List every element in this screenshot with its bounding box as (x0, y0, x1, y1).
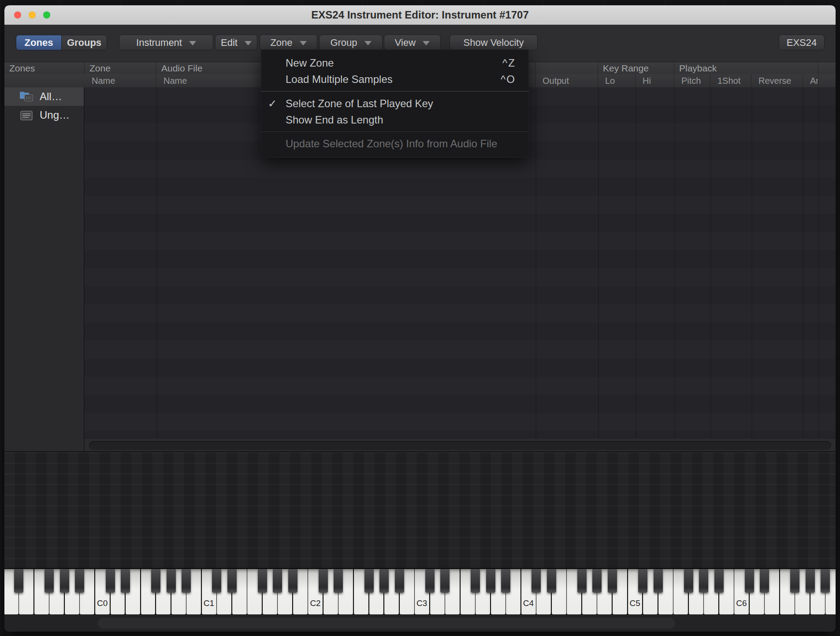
edit-menu-button[interactable]: Edit (215, 35, 257, 50)
group-menu-button[interactable]: Group (319, 35, 383, 50)
titlebar[interactable]: EXS24 Instrument Editor: Instrument #170… (4, 5, 836, 25)
black-key[interactable] (684, 569, 693, 593)
column-header-end[interactable] (818, 74, 835, 87)
sidebar-item-ungrouped[interactable]: Ung… (4, 106, 84, 124)
tab-zones[interactable]: Zones (16, 35, 61, 50)
black-key[interactable] (501, 569, 510, 593)
edit-menu-label: Edit (221, 37, 238, 49)
black-key[interactable] (654, 569, 663, 593)
menu-item[interactable]: Show End as Length (261, 112, 529, 128)
black-key[interactable] (790, 569, 799, 593)
chevron-down-icon (189, 41, 196, 45)
black-key[interactable] (806, 569, 815, 593)
black-key[interactable] (379, 569, 389, 593)
view-menu-label: View (395, 37, 416, 49)
black-key[interactable] (121, 569, 130, 593)
black-key[interactable] (547, 569, 556, 593)
group-menu-label: Group (330, 37, 357, 49)
exs24-instrument-editor-window: EXS24 Instrument Editor: Instrument #170… (4, 5, 836, 632)
zone-display-area[interactable] (4, 451, 836, 569)
table-scrollbar-track[interactable] (89, 441, 831, 450)
black-key[interactable] (334, 569, 343, 593)
black-key[interactable] (364, 569, 374, 593)
zones-sidebar: All… Ung… (4, 87, 85, 451)
black-key[interactable] (471, 569, 480, 593)
black-key[interactable] (532, 569, 541, 593)
black-key[interactable] (425, 569, 435, 593)
exs24-label: EXS24 (787, 37, 817, 49)
exs24-button[interactable]: EXS24 (779, 35, 825, 50)
black-key[interactable] (14, 569, 23, 593)
column-header-zone-name[interactable]: Name (85, 74, 156, 87)
table-horizontal-scrollbar[interactable] (85, 438, 836, 452)
sidebar-item-all-zones[interactable]: All… (4, 87, 84, 106)
black-key[interactable] (273, 569, 282, 593)
column-header-hi[interactable]: Hi (636, 74, 674, 87)
black-key[interactable] (638, 569, 647, 593)
black-key[interactable] (258, 569, 267, 593)
menu-separator (261, 91, 529, 92)
chevron-down-icon (364, 41, 372, 45)
zone-menu-button[interactable]: Zone (260, 35, 317, 50)
column-header-pitch[interactable]: Pitch (674, 74, 710, 87)
menu-item[interactable]: New Zone^Z (261, 55, 529, 71)
octave-label: C2 (310, 599, 320, 608)
black-key[interactable] (714, 569, 724, 593)
group-header-mixer (535, 62, 598, 74)
group-header-playback: Playback (674, 62, 818, 74)
octave-label: C1 (204, 599, 214, 608)
black-key[interactable] (45, 569, 54, 593)
show-velocity-button[interactable]: Show Velocity (450, 35, 538, 50)
menu-item: Update Selected Zone(s) Info from Audio … (261, 135, 529, 152)
sidebar-header-zones: Zones (4, 62, 85, 74)
black-key[interactable] (760, 569, 769, 593)
column-header-reverse[interactable]: Reverse (751, 74, 803, 87)
black-key[interactable] (821, 569, 830, 593)
sidebar-item-label: Ung… (40, 109, 70, 121)
keyboard-scrollbar-thumb[interactable] (98, 618, 675, 629)
zone-menu-label: Zone (270, 37, 292, 49)
column-header-1shot[interactable]: 1Shot (710, 74, 751, 87)
tab-groups[interactable]: Groups (61, 35, 107, 50)
column-header-output[interactable]: Output (535, 74, 598, 87)
instrument-menu-button[interactable]: Instrument (119, 35, 213, 50)
black-key[interactable] (151, 569, 160, 593)
window-title: EXS24 Instrument Editor: Instrument #170… (4, 5, 836, 25)
sidebar-item-label: All… (40, 90, 62, 103)
black-key[interactable] (106, 569, 115, 593)
column-header-lo[interactable]: Lo (598, 74, 636, 87)
all-zones-folder-icon (19, 91, 34, 102)
column-header-ar[interactable]: Ar (803, 74, 818, 87)
black-key[interactable] (608, 569, 617, 593)
group-header-key-range: Key Range (598, 62, 674, 74)
menu-item[interactable]: Load Multiple Samples^O (261, 71, 529, 87)
black-key[interactable] (212, 569, 221, 593)
black-key[interactable] (440, 569, 450, 593)
octave-label: C4 (523, 599, 534, 608)
black-key[interactable] (167, 569, 176, 593)
black-key[interactable] (486, 569, 495, 593)
chevron-down-icon (423, 41, 430, 45)
black-key[interactable] (395, 569, 404, 593)
octave-label: C3 (416, 599, 427, 608)
view-menu-button[interactable]: View (384, 35, 441, 50)
octave-label: C6 (736, 599, 747, 608)
black-key[interactable] (75, 569, 84, 593)
black-key[interactable] (60, 569, 69, 593)
octave-label: C0 (97, 599, 108, 608)
zone-dropdown-menu: New Zone^ZLoad Multiple Samples^OSelect … (261, 49, 529, 158)
black-key[interactable] (288, 569, 297, 593)
octave-label: C5 (630, 599, 640, 608)
black-key[interactable] (745, 569, 754, 593)
black-key[interactable] (182, 569, 191, 593)
keyboard-footer (4, 614, 836, 632)
black-key[interactable] (319, 569, 328, 593)
black-key[interactable] (592, 569, 602, 593)
checkmark-icon: ✓ (268, 95, 277, 112)
group-header-zone: Zone (85, 62, 156, 74)
menu-item[interactable]: Select Zone of Last Played Key✓ (261, 95, 529, 112)
black-key[interactable] (227, 569, 237, 593)
black-key[interactable] (577, 569, 587, 593)
black-key[interactable] (699, 569, 708, 593)
keyboard[interactable]: C0C1C2C3C4C5C6 (4, 568, 836, 615)
